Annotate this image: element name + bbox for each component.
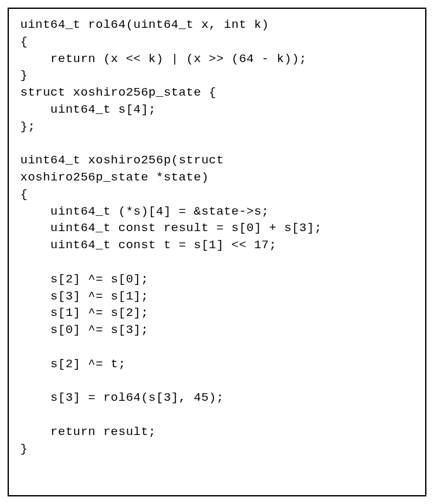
code-content: uint64_t rol64(uint64_t x, int k) { retu… [20,16,414,457]
code-block-container: uint64_t rol64(uint64_t x, int k) { retu… [8,8,426,496]
